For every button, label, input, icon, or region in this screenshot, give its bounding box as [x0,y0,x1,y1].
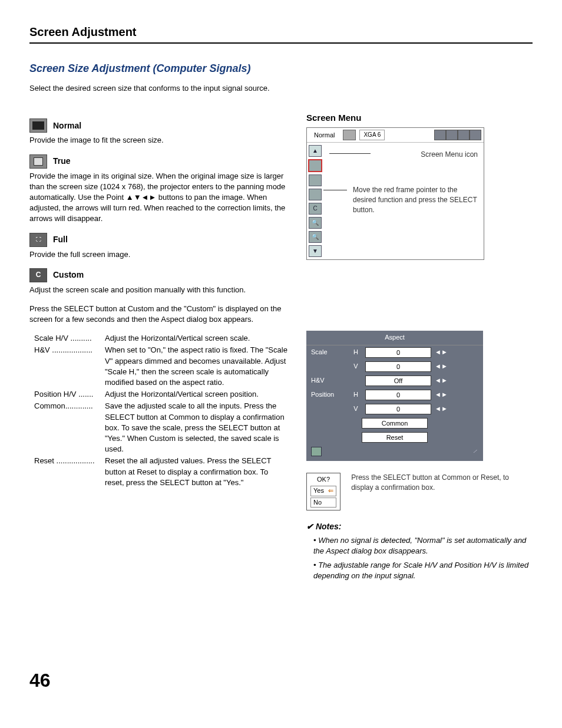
sidebar-item-normal[interactable] [308,159,322,172]
aspect-scale-v-value[interactable]: 0 [365,361,431,372]
true-icon [29,154,47,169]
left-right-arrows-icon[interactable]: ◄► [435,376,448,385]
custom-desc-2: Press the SELECT button at Custom and th… [29,304,289,325]
custom-label: Custom [53,269,84,281]
aspect-title: Aspect [306,331,483,345]
screen-menu-mode-label: Normal [309,131,339,140]
aspect-scale-h-value[interactable]: 0 [365,347,431,358]
screen-menu-signal: XGA 6 [359,130,385,140]
normal-label: Normal [53,120,81,132]
confirmation-title: OK? [308,475,339,485]
pointer-arrow-icon: ⇐ [328,486,333,495]
confirmation-no[interactable]: No [310,498,336,508]
custom-icon: C [29,268,47,282]
yes-label: Yes [313,486,324,495]
aspect-position-v-value[interactable]: 0 [365,404,431,414]
left-right-arrows-icon[interactable]: ◄► [435,390,448,399]
aspect-reset-button[interactable]: Reset [362,432,428,443]
sidebar-item-true[interactable] [309,174,322,186]
aspect-position-h-value[interactable]: 0 [365,390,431,400]
section-title: Screen Size Adjustment (Computer Signals… [29,61,533,76]
screen-menu-panel: Normal XGA 6 ▲ C 🔍 🔍 [306,127,484,260]
screen-menu-instruction: Move the red frame pointer to the desire… [353,185,478,215]
aspect-h-label: H [350,390,362,399]
sidebar-item-zoom-out[interactable]: 🔍 [309,231,322,243]
custom-desc-1: Adjust the screen scale and position man… [29,285,289,295]
full-label: Full [53,234,68,246]
right-column: Screen Menu Normal XGA 6 ▲ [306,111,533,585]
left-right-arrows-icon[interactable]: ◄► [435,404,448,413]
sidebar-down-arrow-icon[interactable]: ▼ [309,245,322,257]
aspect-resize-icon: ⟋ [472,447,478,456]
top-icon [446,130,458,140]
aspect-hv-label: H&V [311,376,346,385]
screen-menu-status-icon [343,130,356,140]
def-term: H&V ................... [34,345,105,388]
def-term: Scale H/V .......... [34,333,105,344]
def-row: H&V ................... When set to "On,… [34,345,289,388]
aspect-position-label: Position [311,390,346,399]
no-label: No [313,498,322,507]
def-row: Reset .................. Reset the all a… [34,456,289,488]
def-row: Position H/V ....... Adjust the Horizont… [34,389,289,400]
def-desc: Reset the all adjusted values. Press the… [105,456,289,488]
full-desc: Provide the full screen image. [29,249,289,260]
def-term: Common............. [34,401,105,454]
left-right-arrows-icon[interactable]: ◄► [435,348,448,357]
page-number: 46 [29,667,533,694]
sidebar-item-zoom-in[interactable]: 🔍 [309,217,322,229]
sidebar-up-arrow-icon[interactable]: ▲ [309,145,322,157]
definition-list: Scale H/V .......... Adjust the Horizont… [34,333,289,488]
aspect-scale-label: Scale [311,348,346,357]
section-intro: Select the desired screen size that conf… [29,83,533,94]
aspect-v-label: V [350,404,362,413]
screen-menu-sidebar: ▲ C 🔍 🔍 ▼ [307,143,323,259]
confirmation-yes[interactable]: Yes ⇐ [310,486,336,496]
def-desc: Adjust the Horizontal/Vertical screen sc… [105,333,289,344]
true-desc: Provide the image in its original size. … [29,171,289,225]
aspect-panel: Aspect Scale H 0 ◄► V 0 ◄► H&V Off ◄► Po… [306,331,483,460]
def-term: Position H/V ....... [34,389,105,400]
confirmation-caption: Press the SELECT button at Common or Res… [351,473,533,493]
true-label: True [53,156,71,167]
confirmation-box: OK? Yes ⇐ No [306,473,340,510]
aspect-v-label: V [350,362,362,371]
page-header: Screen Adjustment [29,24,533,44]
def-row: Common............. Save the adjusted sc… [34,401,289,454]
normal-desc: Provide the image to fit the screen size… [29,135,289,146]
aspect-hv-value[interactable]: Off [365,375,431,386]
sidebar-item-custom[interactable]: C [309,203,322,215]
normal-icon [29,118,47,133]
screen-menu-top-icons [434,130,481,140]
screen-menu-icon-label: Screen Menu icon [421,150,478,160]
note-item: The adjustable range for Scale H/V and P… [313,560,533,581]
note-item: When no signal is detected, "Normal" is … [313,535,533,556]
sidebar-item-full[interactable] [309,189,322,200]
def-desc: Adjust the Horizontal/Vertical screen po… [105,389,289,400]
notes-heading: Notes: [306,521,533,533]
aspect-h-label: H [350,348,362,357]
def-desc: When set to "On," the aspect ratio is fi… [105,345,289,388]
def-row: Scale H/V .......... Adjust the Horizont… [34,333,289,344]
aspect-back-icon[interactable] [311,447,322,456]
left-column: Normal Provide the image to fit the scre… [29,111,289,585]
def-term: Reset .................. [34,456,105,488]
full-icon: ⛶ [29,233,47,247]
left-right-arrows-icon[interactable]: ◄► [435,362,448,371]
top-icon [434,130,446,140]
notes-list: When no signal is detected, "Normal" is … [313,535,533,582]
screen-menu-heading: Screen Menu [306,111,533,124]
aspect-common-button[interactable]: Common [362,418,428,429]
top-icon [458,130,470,140]
def-desc: Save the adjusted scale to all the input… [105,401,289,454]
top-icon [470,130,481,140]
